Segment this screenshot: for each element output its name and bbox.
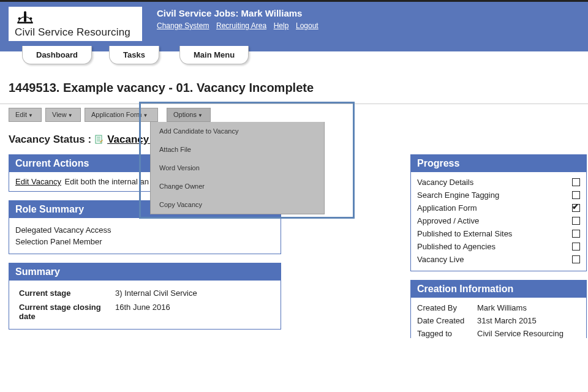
toolbar-edit[interactable]: Edit▼ [9,108,42,122]
progress-label: Search Engine Tagging [417,190,499,200]
creation-info-key: Date Created [417,316,477,325]
progress-label: Vacancy Details [417,178,473,187]
toolbar-view-label: View [52,111,67,118]
svg-point-3 [29,17,32,20]
panel-hdr-progress: Progress [411,155,586,172]
creation-info-val: Mark Williams [477,303,527,312]
progress-checkbox[interactable] [572,217,580,225]
panel-progress: Progress Vacancy DetailsSearch Engine Ta… [410,154,587,271]
panel-creation-info: Creation Information Created ByMark Will… [410,280,587,338]
document-icon [95,135,104,145]
creation-info-key: Tagged to Owner [417,329,477,338]
current-actions-text: Edit both the internal an [65,177,149,186]
header-title: Civil Service Jobs: Mark Williams [157,8,323,18]
progress-checkbox[interactable] [572,178,580,186]
panel-summary: Summary Current stage 3) Internal Civil … [9,263,281,330]
role-item: Delegated Vacancy Access [15,225,274,235]
progress-label: Vacancy Live [417,255,464,264]
logo: Civil Service Resourcing [9,7,142,41]
progress-row: Application Form [417,202,580,214]
progress-checkbox[interactable] [572,191,580,199]
creation-info-key: Created By [417,303,477,312]
summary-row: Current stage closing date 16th June 201… [17,301,273,323]
progress-row: Published to External Sites [417,227,580,240]
link-recruiting-area[interactable]: Recruiting Area [216,21,266,30]
progress-label: Approved / Active [417,216,479,225]
toolbar: Edit▼ View▼ Application Form▼ Options▼ A… [9,108,579,123]
toolbar-edit-label: Edit [15,111,27,118]
caret-down-icon: ▼ [143,113,148,118]
opt-change-owner[interactable]: Change Owner [151,177,324,195]
toolbar-application-form[interactable]: Application Form▼ [85,108,158,122]
crown-crest-icon [15,10,36,25]
opt-word-version[interactable]: Word Version [151,159,324,177]
tab-main-menu[interactable]: Main Menu [179,46,249,64]
panel-hdr-creation-info: Creation Information [411,281,586,298]
opt-attach-file[interactable]: Attach File [151,140,324,159]
panel-hdr-summary: Summary [9,263,281,281]
creation-info-row: Created ByMark Williams [417,301,580,314]
header-bar: Civil Service Resourcing Civil Service J… [0,0,588,52]
summary-val: 3) Internal Civil Service [113,287,273,300]
summary-key: Current stage [17,287,111,300]
caret-down-icon: ▼ [28,113,33,118]
link-logout[interactable]: Logout [296,21,318,30]
role-item: Selection Panel Member [15,237,274,246]
opt-copy-vacancy[interactable]: Copy Vacancy [151,195,324,214]
progress-checkbox[interactable] [572,243,580,251]
summary-row: Current stage 3) Internal Civil Service [17,287,273,300]
progress-row: Vacancy Details [417,176,580,189]
creation-info-row: Tagged to OwnerCivil Service Resourcing [417,327,580,338]
progress-row: Search Engine Tagging [417,189,580,202]
progress-label: Published to External Sites [417,229,512,238]
creation-info-row: Date Created31st March 2015 [417,314,580,327]
vacancy-status-label: Vacancy Status : [9,134,91,146]
tab-dashboard[interactable]: Dashboard [22,46,92,64]
svg-point-1 [24,11,26,13]
opt-add-candidate[interactable]: Add Candidate to Vacancy [151,122,324,140]
link-change-system[interactable]: Change System [157,21,209,30]
caret-down-icon: ▼ [68,113,73,118]
toolbar-options-label: Options [173,111,197,118]
logo-text: Civil Service Resourcing [15,26,136,39]
progress-checkbox[interactable] [572,230,580,238]
toolbar-view[interactable]: View▼ [45,108,81,122]
toolbar-application-form-label: Application Form [91,111,142,118]
creation-info-val: Civil Service Resourcing [477,329,564,338]
nav-tabs: Dashboard Tasks Main Menu [0,51,588,67]
progress-checkbox[interactable] [572,204,580,212]
progress-row: Approved / Active [417,214,580,227]
progress-label: Application Form [417,203,477,213]
caret-down-icon: ▼ [198,113,203,118]
svg-point-2 [18,17,21,20]
progress-label: Published to Agencies [417,242,496,251]
link-help[interactable]: Help [274,21,289,30]
summary-val: 16th June 2016 [113,301,273,323]
progress-row: Published to Agencies [417,240,580,253]
progress-row: Vacancy Live [417,253,580,266]
options-dropdown: Add Candidate to Vacancy Attach File Wor… [150,122,325,214]
edit-vacancy-link[interactable]: Edit Vacancy [15,177,61,186]
toolbar-options[interactable]: Options▼ [167,108,211,122]
tab-tasks[interactable]: Tasks [109,46,159,64]
creation-info-val: 31st March 2015 [477,316,537,325]
progress-checkbox[interactable] [572,255,580,263]
svg-rect-4 [17,22,32,24]
page-title: 1449513. Example vacancy - 01. Vacancy I… [9,81,579,95]
summary-key: Current stage closing date [17,301,111,323]
